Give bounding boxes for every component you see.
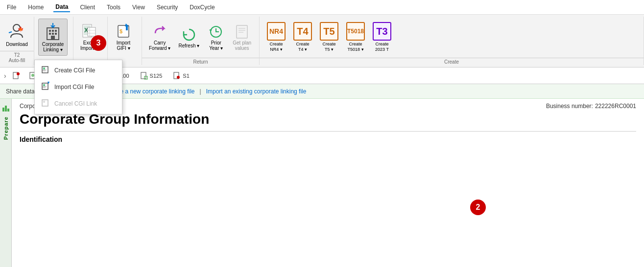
t5018-icon: T5018 bbox=[346, 22, 365, 41]
tab-doc-icon[interactable] bbox=[9, 70, 23, 82]
corporate-linking-dropdown: Create CGI File Import CGI File Cancel C… bbox=[34, 60, 122, 114]
svg-rect-38 bbox=[141, 72, 146, 79]
import-cgi-file-item[interactable]: Import CGI File bbox=[35, 79, 122, 95]
get-plan-values-button[interactable]: Get planvalues bbox=[230, 19, 254, 56]
sidebar-chart-icon bbox=[1, 104, 10, 112]
svg-point-31 bbox=[17, 72, 20, 75]
menu-bar: File Home Data Client Tools View Securit… bbox=[0, 0, 644, 15]
corporate-linking-icon bbox=[44, 22, 62, 42]
cancel-cgi-icon bbox=[41, 98, 50, 109]
create-t4-label: CreateT4 ▾ bbox=[296, 42, 309, 52]
excel-import-icon: X bbox=[81, 23, 97, 40]
biz-num-row: Business number: 222226RC0001 bbox=[546, 103, 636, 110]
create-t4-button[interactable]: T4 CreateT4 ▾ bbox=[290, 19, 315, 56]
menu-view[interactable]: View bbox=[130, 3, 147, 12]
svg-rect-19 bbox=[88, 27, 95, 36]
s1-tab-label: S1 bbox=[183, 73, 189, 79]
create-2023t-button[interactable]: T3 Create2023 T bbox=[369, 19, 395, 56]
tab-s125[interactable]: S125 bbox=[135, 70, 167, 82]
svg-rect-9 bbox=[51, 36, 55, 40]
menu-data[interactable]: Data bbox=[53, 2, 70, 12]
refresh-icon bbox=[181, 26, 197, 43]
content-area: Prepare Corporation name: BBB Business n… bbox=[0, 99, 644, 267]
svg-point-33 bbox=[31, 74, 34, 77]
left-sidebar: Prepare bbox=[0, 99, 12, 267]
menu-file[interactable]: File bbox=[5, 3, 18, 12]
excel-import-button[interactable]: X ExcelImport ▾ bbox=[77, 19, 101, 56]
t3-icon: T3 bbox=[373, 22, 391, 41]
svg-rect-8 bbox=[55, 33, 57, 35]
import-gifi-label: ImportGIFI ▾ bbox=[117, 40, 130, 51]
t5-icon: T5 bbox=[320, 22, 338, 41]
svg-text:🍁: 🍁 bbox=[18, 26, 24, 32]
carry-forward-icon bbox=[151, 23, 168, 40]
import-cgi-file-label: Import CGI File bbox=[54, 84, 94, 90]
create-cgi-file-item[interactable]: Create CGI File bbox=[35, 62, 122, 79]
menu-client[interactable]: Client bbox=[78, 3, 97, 12]
import-existing-link[interactable]: Import an existing corporate linking fil… bbox=[206, 88, 307, 95]
corporate-linking-label: CorporateLinking ▾ bbox=[42, 42, 64, 52]
s125-tab-label: S125 bbox=[150, 73, 163, 79]
menu-security[interactable]: Security bbox=[155, 3, 180, 12]
menu-home[interactable]: Home bbox=[26, 3, 46, 12]
svg-point-41 bbox=[177, 76, 180, 79]
create-t5-label: CreateT5 ▾ bbox=[322, 42, 335, 52]
expand-chevron[interactable]: › bbox=[2, 72, 8, 80]
menu-doxcycle[interactable]: DoxCycle bbox=[188, 3, 216, 12]
svg-rect-43 bbox=[5, 106, 7, 111]
import-cgi-icon bbox=[41, 82, 50, 92]
create-cgi-icon bbox=[41, 65, 50, 76]
title-divider bbox=[20, 131, 636, 132]
svg-rect-4 bbox=[52, 30, 54, 32]
t2-autofill-button[interactable]: 🍁 Download bbox=[4, 21, 29, 49]
svg-text:$: $ bbox=[119, 28, 122, 34]
prior-year-button[interactable]: PriorYear ▾ bbox=[204, 19, 228, 56]
svg-rect-5 bbox=[55, 30, 57, 32]
create-t5018-label: CreateT5018 ▾ bbox=[347, 42, 363, 52]
info-bar-separator: | bbox=[200, 88, 201, 95]
create-t5-button[interactable]: T5 CreateT5 ▾ bbox=[316, 19, 342, 56]
biz-num-value: 222226RC0001 bbox=[595, 103, 636, 110]
get-plan-values-label: Get planvalues bbox=[233, 40, 251, 51]
s1-tab-icon bbox=[173, 72, 181, 80]
import-gifi-button[interactable]: $ ImportGIFI ▾ bbox=[112, 19, 135, 56]
create-nr4-label: CreateNR4 ▾ bbox=[269, 42, 283, 52]
cancel-cgi-link-item[interactable]: Cancel CGI Link bbox=[35, 95, 122, 112]
import-gifi-icon: $ bbox=[115, 23, 132, 40]
refresh-label: Refresh ▾ bbox=[178, 43, 199, 48]
nr4-icon: NR4 bbox=[267, 22, 286, 41]
carry-forward-button[interactable]: CarryForward ▾ bbox=[146, 19, 173, 56]
s125-tab-icon bbox=[140, 72, 148, 80]
svg-rect-44 bbox=[7, 109, 9, 111]
t2-autofill-icon: 🍁 bbox=[8, 23, 25, 41]
cancel-cgi-link-label: Cancel CGI Link bbox=[54, 100, 97, 107]
create-cgi-file-label: Create CGI File bbox=[54, 67, 95, 74]
svg-rect-11 bbox=[43, 67, 45, 69]
svg-rect-6 bbox=[49, 33, 51, 35]
t2-autofill-group-label: T2Auto-fill bbox=[0, 51, 34, 65]
refresh-button[interactable]: Refresh ▾ bbox=[175, 19, 202, 56]
create-t5018-button[interactable]: T5018 CreateT5018 ▾ bbox=[343, 19, 368, 56]
t4-icon: T4 bbox=[293, 22, 312, 41]
svg-rect-15 bbox=[43, 101, 45, 103]
section-heading: Identification bbox=[20, 135, 636, 143]
prior-year-label: PriorYear ▾ bbox=[209, 40, 223, 51]
carry-forward-label: CarryForward ▾ bbox=[149, 40, 170, 51]
ribbon: 🍁 Download T2Auto-fill bbox=[0, 15, 644, 67]
menu-tools[interactable]: Tools bbox=[105, 3, 122, 12]
create-nr4-button[interactable]: NR4 CreateNR4 ▾ bbox=[263, 19, 289, 56]
svg-rect-7 bbox=[52, 33, 54, 35]
tab-s1[interactable]: S1 bbox=[168, 70, 194, 82]
create-2023t-label: Create2023 T bbox=[375, 42, 389, 52]
svg-rect-26 bbox=[237, 25, 247, 38]
prepare-sidebar-label: Prepare bbox=[3, 116, 9, 140]
return-section-label: Return bbox=[142, 58, 259, 67]
corporate-linking-button[interactable]: CorporateLinking ▾ bbox=[38, 19, 68, 56]
svg-rect-13 bbox=[43, 84, 45, 86]
create-section-label: Create bbox=[260, 58, 644, 67]
prior-year-icon bbox=[208, 23, 224, 40]
svg-rect-42 bbox=[2, 108, 4, 111]
t2-autofill-label: Download bbox=[6, 42, 27, 47]
get-plan-values-icon bbox=[234, 23, 250, 40]
main-content: Corporation name: BBB Business number: 2… bbox=[12, 99, 644, 267]
